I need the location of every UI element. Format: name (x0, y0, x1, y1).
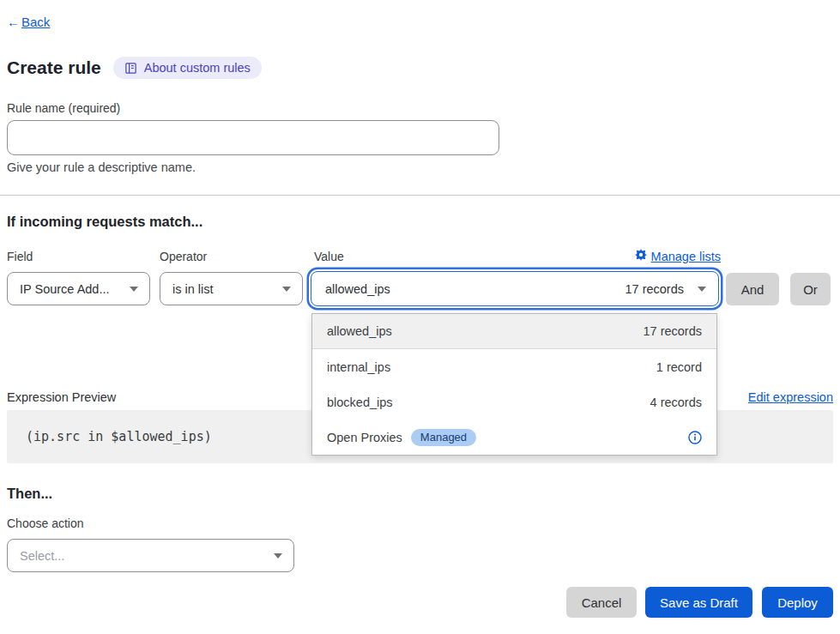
cancel-button[interactable]: Cancel (566, 587, 637, 618)
option-name: internal_ips (327, 360, 390, 374)
chevron-down-icon (130, 287, 138, 292)
option-name: blocked_ips (327, 395, 393, 409)
chevron-down-icon (698, 287, 706, 292)
book-icon (124, 62, 137, 75)
dropdown-option-open-proxies[interactable]: Open Proxies Managed (312, 420, 716, 455)
or-button[interactable]: Or (790, 273, 831, 305)
value-dropdown-menu: allowed_ips 17 records internal_ips 1 re… (311, 313, 717, 456)
option-records: 17 records (643, 324, 702, 338)
operator-select[interactable]: is in list (160, 272, 303, 305)
dropdown-option-allowed-ips[interactable]: allowed_ips 17 records (312, 314, 716, 349)
expression-preview-label: Expression Preview (7, 390, 116, 404)
about-custom-rules-link[interactable]: About custom rules (113, 57, 262, 79)
rule-name-helper: Give your rule a descriptive name. (7, 160, 196, 174)
create-rule-page: ←Back Create rule About custom rules Rul… (0, 0, 840, 634)
gear-icon (635, 249, 647, 263)
back-link[interactable]: ←Back (7, 15, 50, 29)
expression-code: (ip.src in $allowed_ips) (26, 429, 212, 444)
manage-lists-label: Manage lists (651, 250, 721, 263)
managed-badge: Managed (411, 429, 476, 446)
value-label: Value (314, 250, 344, 263)
operator-select-value: is in list (172, 282, 214, 296)
about-badge-label: About custom rules (144, 61, 251, 75)
deploy-button[interactable]: Deploy (762, 587, 833, 618)
info-icon[interactable] (688, 431, 702, 444)
dropdown-option-blocked-ips[interactable]: blocked_ips 4 records (312, 384, 716, 420)
value-select-value: allowed_ips (325, 282, 390, 296)
option-records: 4 records (650, 395, 702, 409)
match-section-heading: If incoming requests match... (7, 214, 202, 230)
edit-expression-link[interactable]: Edit expression (748, 390, 833, 404)
field-select-value: IP Source Add... (20, 282, 110, 296)
action-select-placeholder: Select... (20, 549, 64, 563)
chevron-down-icon (282, 287, 291, 292)
page-title: Create rule (7, 57, 101, 78)
option-name: allowed_ips (327, 324, 392, 338)
title-row: Create rule About custom rules (7, 57, 262, 79)
action-select[interactable]: Select... (7, 539, 294, 572)
field-select[interactable]: IP Source Add... (7, 272, 150, 305)
then-section-heading: Then... (7, 486, 52, 502)
dropdown-option-internal-ips[interactable]: internal_ips 1 record (312, 349, 716, 384)
value-select-records: 17 records (625, 282, 684, 296)
chevron-down-icon (274, 553, 282, 559)
back-link-label: Back (21, 15, 50, 29)
operator-label: Operator (160, 250, 207, 263)
back-arrow-icon: ← (7, 15, 20, 29)
manage-lists-link[interactable]: Manage lists (635, 249, 721, 263)
field-label: Field (7, 250, 33, 263)
option-name: Open Proxies (327, 431, 402, 444)
and-button[interactable]: And (726, 273, 779, 305)
rule-name-input[interactable] (7, 120, 499, 155)
rule-name-label: Rule name (required) (7, 101, 120, 115)
section-divider (0, 195, 840, 196)
option-records: 1 record (656, 360, 702, 374)
save-as-draft-button[interactable]: Save as Draft (645, 587, 752, 618)
value-select[interactable]: allowed_ips 17 records (311, 271, 719, 306)
choose-action-label: Choose action (7, 516, 84, 530)
